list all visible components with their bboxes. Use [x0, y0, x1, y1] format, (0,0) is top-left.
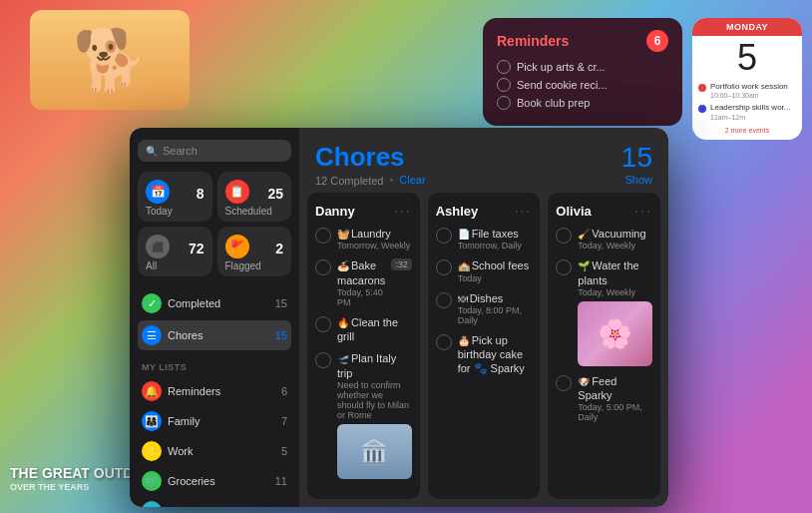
- calendar-day: MONDAY: [692, 18, 802, 36]
- dog-icon: 🐕: [73, 25, 148, 96]
- back-button[interactable]: ‹: [195, 137, 200, 153]
- reload-icon[interactable]: ↻: [610, 136, 620, 153]
- browser-window: ‹ › 🏛 School www.hchs.school ↻ ⬆ ＋ HCHS …: [130, 128, 668, 507]
- website-body: ONLINE LEARN... IN-311: Applied Ethics E…: [130, 273, 668, 507]
- cal-event-1: Portfolio work session 10:00–10:30am: [698, 82, 796, 99]
- calendar-widget: MONDAY 5 Portfolio work session 10:00–10…: [692, 18, 802, 140]
- course-description: This course will encourage students to..…: [140, 385, 259, 407]
- forward-button[interactable]: ›: [203, 137, 208, 153]
- reminder-checkbox-1[interactable]: [497, 60, 511, 74]
- active-tab[interactable]: 🏛 School: [217, 136, 280, 153]
- reminder-item-1: Pick up arts & cr...: [497, 60, 668, 74]
- cal-event-dot-2: [698, 105, 706, 113]
- reminder-checkbox-3[interactable]: [497, 96, 511, 110]
- browser-tabs: 🏛 School: [217, 136, 280, 153]
- reminders-widget-count: 6: [646, 30, 668, 52]
- course-card: IN-311: Applied Ethics Evaria Hankwitch …: [130, 292, 269, 507]
- course-detail-3: Set Calendar reminder: [140, 369, 259, 380]
- dog-image: 🐕: [30, 10, 190, 110]
- calendar-date: 5: [692, 36, 802, 78]
- reminders-widget: Reminders 6 Pick up arts & cr... Send co…: [483, 18, 682, 126]
- website-title: HILLS CENTER FOR HEURISTIC STUDIES: [235, 195, 562, 210]
- add-tab-icon[interactable]: ＋: [646, 136, 658, 153]
- close-button[interactable]: [140, 139, 151, 150]
- course-detail-1: Five-day course: [140, 347, 259, 358]
- reminder-item-3: Book club prep: [497, 96, 668, 110]
- cal-event-dot-1: [698, 84, 706, 92]
- maximize-button[interactable]: [172, 139, 183, 150]
- browser-toolbar: ‹ › 🏛 School www.hchs.school ↻ ⬆ ＋: [130, 128, 668, 162]
- course-title: Applied Ethics: [140, 319, 259, 331]
- course-tag: IN-311:: [140, 302, 176, 315]
- calendar-events: Portfolio work session 10:00–10:30am Lea…: [692, 78, 802, 140]
- hamburger-icon[interactable]: ☰: [142, 249, 156, 267]
- online-learn-banner: ONLINE LEARN...: [130, 273, 269, 292]
- website-content: HCHS HILLS CENTER FOR HEURISTIC STUDIES: [130, 162, 668, 242]
- reminders-widget-title: Reminders: [497, 33, 569, 49]
- traffic-lights: [140, 139, 183, 150]
- website-nav: ☰: [130, 242, 668, 273]
- course-detail-2: Maximum 40 students: [140, 358, 259, 369]
- reminder-checkbox-2[interactable]: [497, 78, 511, 92]
- minimize-button[interactable]: [156, 139, 167, 150]
- tab-icon: 🏛: [227, 140, 235, 149]
- url-bar[interactable]: www.hchs.school: [286, 136, 601, 153]
- browser-nav: ‹ ›: [195, 137, 207, 153]
- reminder-item-2: Send cookie reci...: [497, 78, 668, 92]
- cal-event-2: Leadership skills wor... 11am–12m: [698, 103, 796, 120]
- cal-more-events[interactable]: 2 more events: [698, 125, 796, 136]
- course-instructor: Evaria Hankwitch: [140, 333, 259, 343]
- tab-label: School: [239, 139, 270, 150]
- course-sidebar: ONLINE LEARN... IN-311: Applied Ethics E…: [130, 273, 269, 507]
- browser-actions: ↻ ⬆ ＋: [610, 136, 658, 153]
- share-icon[interactable]: ⬆: [628, 136, 638, 153]
